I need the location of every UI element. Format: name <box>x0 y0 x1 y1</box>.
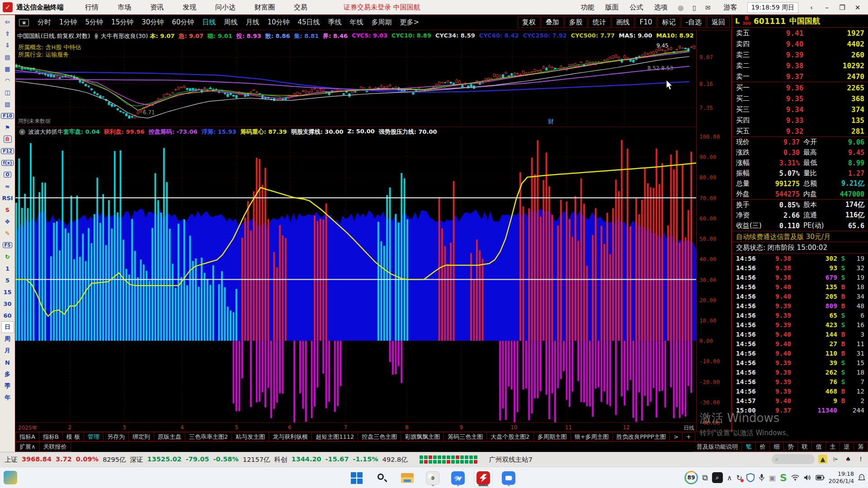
toolbar-item-多[interactable]: 多 <box>1 368 14 380</box>
bottom-tab-0[interactable]: 指标A <box>15 432 39 441</box>
chart-tool-8[interactable]: 返回 <box>707 17 730 28</box>
panel-tab-价[interactable]: 价 <box>756 442 770 452</box>
maximize-button[interactable]: ❐ <box>835 4 849 12</box>
corner-app-icon[interactable] <box>4 471 17 484</box>
panel-tab-逆[interactable]: 逆 <box>840 442 854 452</box>
bottom-tab-4[interactable]: 另存为 <box>104 432 129 441</box>
upload-icon[interactable]: ▲ <box>818 455 827 464</box>
sync-icon[interactable]: ↻ <box>736 474 742 482</box>
chart-tool-4[interactable]: 画线 <box>612 17 634 28</box>
headset-icon[interactable]: ◎ <box>675 4 687 11</box>
indicator-title[interactable]: 大牛有形改良(30) <box>101 32 148 40</box>
kite-icon[interactable]: ⌲ <box>831 455 840 464</box>
taskbar-clock[interactable]: 19:182026/1/4 <box>829 470 854 484</box>
bottom-tab-15[interactable]: 多周期主图 <box>534 432 571 441</box>
bottom-tab-8[interactable]: 粘与发主图 <box>232 432 269 441</box>
phone-icon[interactable]: ▯ <box>689 4 700 11</box>
wifi-icon[interactable] <box>791 474 799 481</box>
period-tab-4[interactable]: 30分钟 <box>137 18 168 27</box>
toolbar-item-1[interactable]: 1 <box>1 263 14 274</box>
toolbar-item-30[interactable]: 30 <box>1 298 14 310</box>
toolbar-item-◠[interactable]: ◠ <box>1 75 14 86</box>
period-tab-3[interactable]: 15分钟 <box>107 18 137 27</box>
menu-item-2[interactable]: 资讯 <box>141 3 173 12</box>
menu-right-item-3[interactable]: 选项 <box>649 3 673 12</box>
ask-row-1[interactable]: 卖一9.372470 <box>732 71 868 82</box>
paint-app-icon[interactable] <box>424 469 441 487</box>
alert-icon[interactable]: ! <box>856 455 865 464</box>
tray-chevron-icon[interactable]: ∧ <box>727 474 732 482</box>
wing-app-icon[interactable]: 𝒲 <box>449 469 467 487</box>
bid-row-3[interactable]: 买三9.34374 <box>732 104 868 115</box>
period-tab-6[interactable]: 日线 <box>198 18 220 27</box>
bottom-tab-7[interactable]: 三色乖率主图2 <box>185 432 232 441</box>
close-button[interactable]: ✕ <box>851 4 864 12</box>
toolbar-item-15[interactable]: 15 <box>1 286 14 298</box>
ask-row-2[interactable]: 卖二9.3810292 <box>732 60 868 71</box>
toolbar-item-≈[interactable]: ≈ <box>1 180 14 192</box>
toolbar-item-季[interactable]: 季 <box>1 380 14 392</box>
collapse-icon[interactable]: ∨ <box>94 33 98 39</box>
toolbar-item-◫[interactable]: ◫ <box>1 86 14 98</box>
toolbar-item-N[interactable]: N <box>1 357 14 368</box>
panel-tab-联[interactable]: 联 <box>798 442 812 452</box>
toolbar-item-F12[interactable]: F12 <box>1 145 14 157</box>
bottom-tab-3[interactable]: 管理 <box>84 432 104 441</box>
toolbar-item-↻[interactable]: ↻ <box>1 251 14 263</box>
search-input[interactable]: ⌕ <box>772 454 815 464</box>
bottom-tab-19[interactable]: + <box>683 432 695 441</box>
collapse-icon[interactable]: ∨ <box>19 129 25 135</box>
bottom-tab-11[interactable]: 控盘三色主图 <box>358 432 401 441</box>
menu-item-6[interactable]: 交易 <box>284 3 317 12</box>
index-科创[interactable]: 科创1344.20-15.67-1.15%492.8亿 <box>274 455 408 464</box>
microphone-icon[interactable] <box>759 474 765 482</box>
defender-shield-icon[interactable] <box>746 473 755 482</box>
period-tab-8[interactable]: 月线 <box>241 18 263 27</box>
bid-row-2[interactable]: 买二9.35368 <box>732 93 868 104</box>
snip-icon[interactable]: ⧉ <box>702 473 708 483</box>
panel-tab-值[interactable]: 值 <box>812 442 826 452</box>
toolbar-item-f(x)[interactable]: f(x) <box>1 157 14 169</box>
menu-right-item-1[interactable]: 版面 <box>600 3 624 12</box>
toolbar-item-60[interactable]: 60 <box>1 310 14 321</box>
toolbar-item-自[interactable]: 自 <box>1 133 14 145</box>
layout-icon[interactable]: ▣ <box>19 19 29 26</box>
bottom-tab-1[interactable]: 指标B <box>39 432 63 441</box>
bottom-tab-2[interactable]: 模 板 <box>63 432 84 441</box>
server-label[interactable]: 广州双线主站7 <box>489 455 533 464</box>
toolbar-item-▤[interactable]: ▤ <box>1 51 14 63</box>
mail-icon[interactable]: ✉ <box>702 4 714 11</box>
toolbar-item-F5[interactable]: F5 <box>1 239 14 251</box>
sub-indicator-name[interactable]: 波波大帅抓牛 <box>28 128 63 136</box>
version-help-link[interactable]: 普及版功能说明 <box>693 442 742 452</box>
panel-tab-细[interactable]: 细 <box>770 442 784 452</box>
widgets-icon[interactable]: ▣ <box>769 474 776 482</box>
battery-percent-badge[interactable]: 89 <box>684 471 698 484</box>
toolbar-item-⇧[interactable]: ⇧ <box>1 28 14 39</box>
period-tab-13[interactable]: 多周期 <box>368 18 396 27</box>
toolbar-item-S[interactable]: S <box>1 204 14 216</box>
file-explorer-icon[interactable] <box>399 469 416 487</box>
ask-row-3[interactable]: 卖三9.39260 <box>732 49 868 60</box>
period-tab-9[interactable]: 10分钟 <box>263 18 293 27</box>
notification-bell-icon[interactable]: z <box>858 474 865 482</box>
period-tab-7[interactable]: 周线 <box>220 18 241 27</box>
snipaste-icon[interactable]: S <box>780 472 787 483</box>
toolbar-item-▦[interactable]: ▦ <box>1 63 14 75</box>
user-label[interactable]: 游客 <box>716 3 745 12</box>
toolbar-item-O[interactable]: O <box>1 169 14 180</box>
back-button[interactable]: ‹ <box>805 4 818 12</box>
period-tab-14[interactable]: 更多> <box>396 18 424 27</box>
chart-tool-0[interactable]: 复权 <box>518 17 540 28</box>
menu-item-3[interactable]: 发现 <box>173 3 206 12</box>
bid-row-1[interactable]: 买一9.362265 <box>732 82 868 93</box>
menu-item-0[interactable]: 行情 <box>75 3 108 12</box>
subscription-banner[interactable]: 自动续费通达信普及版 30元/月 <box>732 231 868 242</box>
toolbar-item-⚑[interactable]: ⚑ <box>1 122 14 133</box>
bottom-tab-16[interactable]: 狼+多周主图 <box>571 432 613 441</box>
period-tab-11[interactable]: 季线 <box>324 18 346 27</box>
bid-row-4[interactable]: 买四9.33135 <box>732 115 868 126</box>
tdx-app-icon[interactable] <box>475 469 492 487</box>
index-深证[interactable]: 深证13525.02-79.05-0.58%12157亿 <box>130 455 270 464</box>
quick-search-icon[interactable]: ⌕ <box>712 472 723 483</box>
